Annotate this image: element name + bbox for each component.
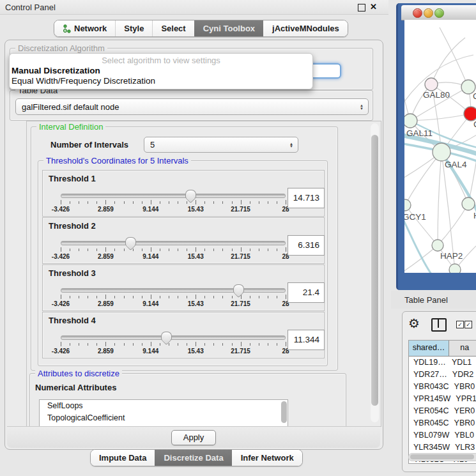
network-window-titlebar[interactable] <box>401 5 476 20</box>
network-edge[interactable] <box>405 152 441 205</box>
table-cell[interactable]: YER054C <box>409 405 450 417</box>
table-row[interactable]: YBL079WYBL0 <box>409 429 476 441</box>
network-node[interactable] <box>462 197 475 210</box>
tab-network[interactable]: Network <box>54 20 115 36</box>
cyni-bottom-tabbar: Impute Data Discretize Data Infer Networ… <box>90 449 303 466</box>
slider-thumb[interactable] <box>185 190 196 197</box>
threshold-1-slider[interactable]: -3.4262.8599.14415.4321.71528 <box>61 194 286 213</box>
table-cell[interactable]: YDL19… <box>409 357 447 369</box>
node-attribute-table: shared… na YDL19…YDL1YDR27…YDR2YBR043CYB… <box>408 340 476 464</box>
close-icon[interactable]: ✕ <box>370 2 377 12</box>
tab-impute-data[interactable]: Impute Data <box>91 450 155 466</box>
tab-discretize-data[interactable]: Discretize Data <box>155 450 231 466</box>
threshold-4-slider[interactable]: -3.4262.8599.14415.4321.71528 <box>61 335 286 355</box>
algorithm-option-manual[interactable]: Manual Discretization <box>12 66 100 75</box>
columns-icon[interactable] <box>431 318 447 332</box>
table-row[interactable]: YDL19…YDL1 <box>409 357 476 369</box>
table-row[interactable]: YLR345WYLR3 <box>409 441 476 454</box>
table-cell[interactable]: YLR345W <box>409 441 450 454</box>
threshold-3-value[interactable]: 21.4 <box>288 282 325 303</box>
attribute-list-item[interactable]: SelfLoops <box>40 400 288 412</box>
slider-thumb[interactable] <box>125 237 136 245</box>
tab-style[interactable]: Style <box>115 20 152 36</box>
table-cell[interactable]: YLR3 <box>450 441 476 454</box>
apply-button[interactable]: Apply <box>171 430 216 445</box>
select-none-checkbox-icon[interactable]: ✓ <box>464 321 472 328</box>
slider-thumb[interactable] <box>233 284 244 292</box>
table-cell[interactable]: YPR145W <box>409 393 451 405</box>
table-cell[interactable]: YER0 <box>450 405 476 417</box>
network-node[interactable] <box>404 114 417 128</box>
network-node[interactable] <box>433 143 450 161</box>
column-header-shared-name[interactable]: shared… <box>409 341 449 356</box>
network-edge[interactable] <box>431 38 465 84</box>
algorithm-option-equal-width[interactable]: Equal Width/Frequency Discretization <box>12 76 155 86</box>
threshold-2-value[interactable]: 6.316 <box>288 235 325 256</box>
table-cell[interactable]: YDR2 <box>448 369 476 381</box>
network-node-label: G <box>473 91 476 101</box>
network-node-label: C <box>473 119 476 129</box>
scrollbar-thumb[interactable] <box>371 135 378 406</box>
table-panel-card: ⚙ ✓ ✓ shared… na YDL19…YDL1YDR27…YDR2YBR… <box>402 311 476 472</box>
attribute-list-item[interactable]: TopologicalCoefficient <box>40 412 288 424</box>
gear-icon[interactable]: ⚙ <box>408 316 420 330</box>
network-node[interactable] <box>464 107 476 121</box>
table-row[interactable]: YBR045CYBR0 <box>409 417 476 429</box>
network-node-label: GAL80 <box>423 90 450 100</box>
network-edge-highlighted[interactable] <box>404 215 431 273</box>
network-node[interactable] <box>449 264 461 273</box>
zoom-traffic-light-icon[interactable] <box>434 8 444 18</box>
threshold-3-slider[interactable]: -3.4262.8599.14415.4321.71528 <box>61 288 286 307</box>
tick-label: 15.43 <box>188 348 204 355</box>
threshold-2-slider[interactable]: -3.4262.8599.14415.4321.71528 <box>61 241 286 260</box>
table-row[interactable]: YER054CYER0 <box>409 405 476 417</box>
network-node[interactable] <box>432 240 443 251</box>
table-row[interactable]: YBR043CYBR0 <box>409 381 476 393</box>
threshold-2-panel: Threshold 2 -3.4262.8599.14415.4321.7152… <box>42 217 325 264</box>
table-cell[interactable]: YBR045C <box>409 417 450 429</box>
number-of-intervals-combobox[interactable]: 5 ▲▼ <box>144 137 298 153</box>
select-all-checkbox-icon[interactable]: ✓ <box>456 321 464 328</box>
table-cell[interactable]: YBR0 <box>450 417 476 429</box>
network-edge[interactable] <box>404 245 438 273</box>
table-row[interactable]: YPR145WYPR1 <box>409 393 476 405</box>
network-canvas[interactable]: GAL80GCGAL11GAL4GCY1HHAP2 <box>404 20 476 273</box>
column-header-name[interactable]: na <box>449 341 476 356</box>
threshold-4-value[interactable]: 11.344 <box>288 330 325 350</box>
table-cell[interactable]: YBR0 <box>450 381 476 393</box>
network-edge[interactable] <box>410 114 471 121</box>
numerical-attributes-list[interactable]: SelfLoopsTopologicalCoefficientBetweenne… <box>39 399 288 427</box>
threshold-4-panel: Threshold 4 -3.4262.8599.14415.4321.7152… <box>42 312 325 358</box>
tab-jactivemnodules[interactable]: jActiveMNodules <box>263 20 348 36</box>
scrollbar-thumb[interactable] <box>410 454 474 459</box>
settings-panel-scrollbar[interactable] <box>371 123 379 422</box>
network-edge[interactable] <box>438 152 441 245</box>
table-data-combobox[interactable]: galFiltered.sif default node ▲▼ <box>15 98 369 115</box>
table-cell[interactable]: YBR043C <box>409 381 450 393</box>
network-node[interactable] <box>425 78 438 91</box>
table-data-combobox-value: galFiltered.sif default node <box>22 102 119 112</box>
tab-select[interactable]: Select <box>152 20 194 36</box>
network-node[interactable] <box>404 199 411 211</box>
scrollbar-thumb[interactable] <box>281 401 287 423</box>
tab-infer-network[interactable]: Infer Network <box>232 450 302 466</box>
network-edge[interactable] <box>438 204 468 245</box>
minimize-traffic-light-icon[interactable] <box>424 8 433 18</box>
tick-label: -3.426 <box>52 206 70 213</box>
table-cell[interactable]: YPR1 <box>451 393 476 405</box>
table-cell[interactable]: YDR27… <box>409 369 448 381</box>
table-cell[interactable]: YBL079W <box>409 429 450 441</box>
attributes-list-scrollbar[interactable] <box>281 401 287 427</box>
network-edge[interactable] <box>405 205 438 245</box>
table-cell[interactable]: YBL0 <box>450 429 476 441</box>
table-cell[interactable]: YDL1 <box>447 357 476 369</box>
table-row[interactable]: YDR27…YDR2 <box>409 369 476 381</box>
control-panel-title: Control Panel <box>5 3 56 12</box>
close-traffic-light-icon[interactable] <box>413 8 422 18</box>
tab-cyni-toolbox[interactable]: Cyni Toolbox <box>194 20 263 36</box>
table-horizontal-scrollbar[interactable] <box>408 453 476 461</box>
table-body: YDL19…YDL1YDR27…YDR2YBR043CYBR0YPR145WYP… <box>409 357 476 464</box>
threshold-1-value[interactable]: 14.713 <box>288 188 325 208</box>
slider-thumb[interactable] <box>161 332 172 339</box>
float-window-icon[interactable] <box>358 4 365 12</box>
